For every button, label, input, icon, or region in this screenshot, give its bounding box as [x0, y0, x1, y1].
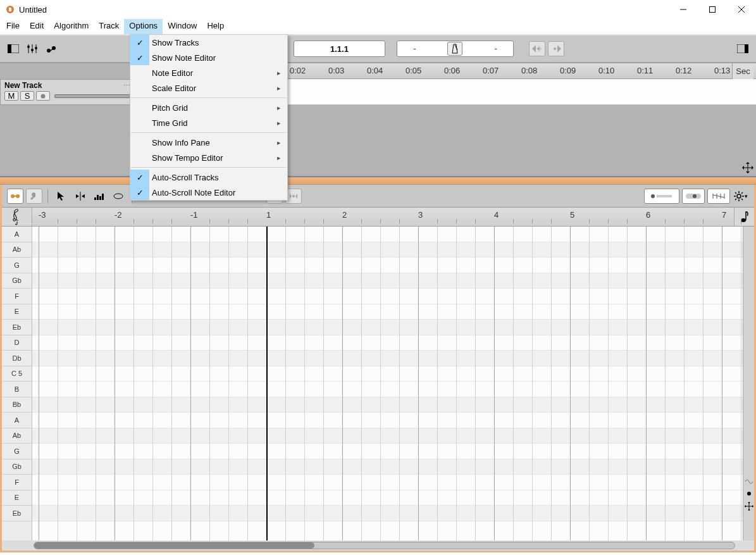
svg-line-62 [713, 195, 724, 197]
split-tool-button[interactable] [72, 189, 89, 204]
piano-key[interactable]: G [2, 444, 32, 459]
menu-track[interactable]: Track [94, 19, 124, 34]
view-mode-b-button[interactable] [682, 189, 705, 204]
time-unit-toggle[interactable]: Sec [732, 63, 753, 79]
piano-key[interactable]: F [2, 475, 32, 490]
piano-key[interactable]: B [2, 382, 32, 397]
snap-right-button[interactable] [548, 41, 564, 56]
playhead[interactable] [266, 227, 268, 540]
split-view-icon[interactable] [734, 41, 751, 56]
note-editor: ▾ -3-2-11234567 AAbGGbFEEbDDbC 5BBbAAbGG… [0, 185, 756, 552]
menu-item-pitch-grid[interactable]: Pitch Grid▸ [130, 100, 287, 115]
piano-key[interactable]: Db [2, 351, 32, 366]
snap-left-button[interactable] [529, 41, 545, 56]
menu-help[interactable]: Help [202, 19, 229, 34]
close-button[interactable] [727, 0, 756, 19]
piano-key[interactable]: D [2, 335, 32, 351]
menu-options[interactable]: Options [124, 19, 163, 34]
grid-vline [399, 227, 400, 540]
notes-icon[interactable] [43, 41, 59, 56]
grid-vline [513, 227, 514, 540]
piano-key[interactable]: Eb [2, 506, 32, 521]
piano-key[interactable]: G [2, 258, 32, 273]
view-mode-c-button[interactable] [707, 189, 730, 204]
dot-icon[interactable] [746, 490, 752, 497]
piano-key[interactable]: Gb [2, 273, 32, 289]
menu-item-auto-scroll-note-editor[interactable]: ✓Auto-Scroll Note Editor [130, 185, 287, 200]
beat-minor-tick [228, 219, 229, 224]
grid-row [32, 258, 743, 273]
draw-tool-button[interactable] [110, 189, 127, 204]
menu-item-show-tempo-editor[interactable]: Show Tempo Editor▸ [130, 150, 287, 165]
beat-scale[interactable]: -3-2-11234567 [32, 208, 734, 226]
grid-vline [152, 227, 153, 540]
tempo-box[interactable]: - - [397, 41, 514, 57]
view-mode-a-button[interactable] [644, 189, 679, 204]
menu-item-label: Show Tempo Editor [149, 153, 277, 163]
zoom-cross-icon[interactable] [745, 502, 753, 511]
svg-marker-78 [752, 505, 753, 508]
piano-roll-grid[interactable] [32, 227, 743, 540]
position-counter[interactable]: 1.1.1 [294, 41, 385, 57]
wave-icon[interactable] [745, 478, 753, 485]
horizontal-scrollbar[interactable] [2, 540, 754, 551]
piano-key[interactable]: F [2, 289, 32, 304]
piano-key[interactable]: E [2, 304, 32, 320]
maximize-button[interactable] [698, 0, 727, 19]
gear-icon[interactable]: ▾ [733, 189, 749, 204]
note-value-icon[interactable] [734, 208, 754, 226]
svg-marker-22 [532, 45, 536, 53]
solo-button[interactable]: S [20, 91, 34, 101]
piano-key-column[interactable]: AAbGGbFEEbDDbC 5BBbAAbGGbFEEb [2, 227, 32, 540]
svg-point-29 [41, 94, 46, 98]
level-tool-button[interactable] [91, 189, 108, 204]
piano-key[interactable]: Ab [2, 242, 32, 258]
wrench-tool-button[interactable] [26, 189, 42, 204]
mixer-icon[interactable] [24, 41, 40, 56]
menu-algorithm[interactable]: Algorithm [49, 19, 94, 34]
record-button[interactable] [36, 91, 50, 101]
menu-item-auto-scroll-tracks[interactable]: ✓Auto-Scroll Tracks [130, 170, 287, 185]
piano-key[interactable]: Eb [2, 320, 32, 335]
menu-item-time-grid[interactable]: Time Grid▸ [130, 115, 287, 130]
scrollbar-track[interactable] [34, 542, 735, 549]
pointer-tool-button[interactable] [53, 189, 70, 204]
menu-item-scale-editor[interactable]: Scale Editor▸ [130, 80, 287, 96]
clef-icon[interactable] [2, 208, 32, 226]
metronome-icon[interactable] [447, 42, 462, 56]
zoom-corner-icon[interactable] [742, 162, 753, 173]
horizontal-splitter[interactable] [0, 177, 756, 185]
grid-vline [39, 227, 39, 540]
piano-key[interactable]: Gb [2, 459, 32, 475]
grid-vline [703, 227, 703, 540]
panel-layout-icon[interactable] [5, 41, 22, 56]
scrollbar-thumb[interactable] [34, 542, 314, 549]
piano-key[interactable]: C 5 [2, 366, 32, 382]
svg-line-71 [735, 199, 736, 200]
menu-item-note-editor[interactable]: Note Editor▸ [130, 65, 287, 80]
piano-key[interactable]: E [2, 490, 32, 506]
menu-item-label: Scale Editor [149, 84, 277, 93]
menu-item-show-note-editor[interactable]: ✓Show Note Editor [130, 50, 287, 65]
mute-button[interactable]: M [4, 91, 18, 101]
check-icon [130, 150, 149, 165]
menu-item-show-tracks[interactable]: ✓Show Tracks [130, 35, 287, 50]
piano-key[interactable]: A [2, 413, 32, 428]
beat-ruler[interactable]: -3-2-11234567 [2, 208, 754, 227]
piano-key[interactable]: A [2, 227, 32, 242]
vertical-scroll-strip[interactable] [743, 227, 754, 540]
minimize-button[interactable] [669, 0, 698, 19]
submenu-arrow-icon: ▸ [277, 69, 281, 77]
grid-vline [551, 227, 552, 540]
track-header[interactable]: New Track ⋯ M S [0, 79, 135, 105]
menu-item-show-info-pane[interactable]: Show Info Pane▸ [130, 135, 287, 150]
menu-edit[interactable]: Edit [25, 19, 49, 34]
beat-minor-tick [551, 219, 552, 224]
volume-slider[interactable] [54, 94, 130, 98]
link-tool-button[interactable] [7, 189, 23, 204]
menu-file[interactable]: File [1, 19, 25, 34]
piano-key[interactable]: Bb [2, 397, 32, 413]
time-tick: 0:04 [367, 66, 383, 75]
piano-key[interactable]: Ab [2, 428, 32, 444]
menu-window[interactable]: Window [163, 19, 202, 34]
